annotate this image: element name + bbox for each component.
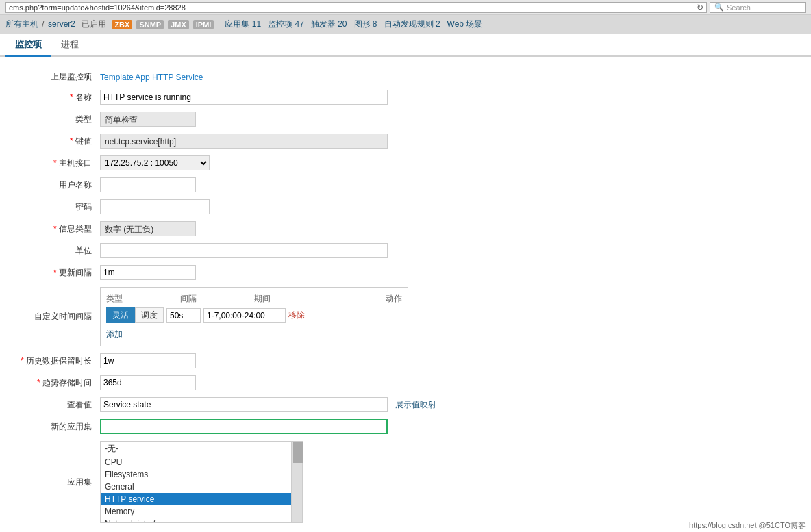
nav-graph[interactable]: 图形 8 xyxy=(351,17,380,31)
history-row: 历史数据保留时长 xyxy=(14,350,797,372)
nav-app-set[interactable]: 应用集 11 xyxy=(222,17,264,31)
username-row: 用户名称 xyxy=(14,174,797,196)
show-mapping-link[interactable]: 展示值映射 xyxy=(395,400,436,409)
nav-links: 应用集 11 监控项 47 触发器 20 图形 8 自动发现规则 2 Web 场… xyxy=(222,17,485,31)
breadcrumb: 所有主机 / server2 已启用 xyxy=(5,18,108,30)
app-set-row: 应用集 -无-CPUFilesystemsGeneralHTTP service… xyxy=(14,438,797,527)
refresh-icon[interactable]: ↻ xyxy=(697,3,703,12)
ci-add-link[interactable]: 添加 xyxy=(106,329,123,340)
search-icon: 🔍 xyxy=(714,3,724,12)
lookup-row: 查看值 展示值映射 xyxy=(14,394,797,416)
badge-ipmi[interactable]: IPMI xyxy=(193,20,214,29)
custom-interval-container: 类型 间隔 期间 动作 灵活 调度 移除 xyxy=(100,287,408,346)
ci-action-header: 动作 xyxy=(328,293,402,305)
password-row: 密码 xyxy=(14,196,797,218)
ci-row-1: 灵活 调度 移除 xyxy=(106,307,402,323)
breadcrumb-sep1: / xyxy=(42,19,47,29)
name-label: 名称 xyxy=(14,86,96,108)
new-app-label: 新的应用集 xyxy=(14,416,96,438)
url-bar[interactable]: ems.php?form=update&hostid=10264&itemid=… xyxy=(5,2,707,13)
ci-interval-input[interactable] xyxy=(166,308,201,323)
app-list-item-network-interfaces[interactable]: Network interfaces xyxy=(101,518,291,523)
key-value: net.tcp.service[http] xyxy=(100,134,388,149)
content-area: 上层监控项 Template App HTTP Service 名称 类型 简单… xyxy=(0,57,811,532)
username-label: 用户名称 xyxy=(14,174,96,196)
app-list-item-general[interactable]: General xyxy=(101,481,291,493)
name-row: 名称 xyxy=(14,86,797,108)
search-placeholder: Search xyxy=(727,3,751,12)
badge-jmx[interactable]: JMX xyxy=(168,20,189,29)
nav-trigger[interactable]: 触发器 20 xyxy=(308,17,350,31)
tab-process[interactable]: 进程 xyxy=(51,34,88,57)
key-label: 键值 xyxy=(14,130,96,152)
new-app-input[interactable] xyxy=(100,419,388,434)
tab-monitor[interactable]: 监控项 xyxy=(5,34,51,57)
ci-remove-link[interactable]: 移除 xyxy=(288,309,305,321)
search-bar[interactable]: 🔍 Search xyxy=(710,2,806,13)
app-list[interactable]: -无-CPUFilesystemsGeneralHTTP serviceMemo… xyxy=(100,441,292,523)
custom-interval-label: 自定义时间间隔 xyxy=(14,283,96,350)
unit-label: 单位 xyxy=(14,240,96,262)
badge-snmp[interactable]: SNMP xyxy=(136,20,164,29)
update-interval-row: 更新间隔 xyxy=(14,262,797,283)
new-app-row: 新的应用集 xyxy=(14,416,797,438)
history-label: 历史数据保留时长 xyxy=(14,350,96,372)
status-bar: https://blog.csdn.net @51CTO博客 xyxy=(684,519,811,532)
unit-input[interactable] xyxy=(100,243,388,258)
info-type-label: 信息类型 xyxy=(14,218,96,240)
ci-header: 类型 间隔 期间 动作 xyxy=(106,293,402,305)
ci-flexible-btn[interactable]: 灵活 xyxy=(106,307,135,323)
password-label: 密码 xyxy=(14,196,96,218)
scrollbar-thumb xyxy=(293,442,303,463)
history-input[interactable] xyxy=(100,353,196,368)
server-link[interactable]: server2 xyxy=(48,19,75,29)
ci-add-container: 添加 xyxy=(106,326,402,340)
username-input[interactable] xyxy=(100,177,196,192)
app-list-item-none[interactable]: -无- xyxy=(101,442,291,456)
scrollbar[interactable] xyxy=(292,441,303,523)
ci-type-header: 类型 xyxy=(106,293,180,305)
key-row: 键值 net.tcp.service[http] xyxy=(14,130,797,152)
url-text: ems.php?form=update&hostid=10264&itemid=… xyxy=(9,3,693,12)
parent-label: 上层监控项 xyxy=(14,68,96,86)
ci-period-input[interactable] xyxy=(203,308,286,323)
trend-input[interactable] xyxy=(100,375,196,390)
nav-monitor[interactable]: 监控项 47 xyxy=(265,17,307,31)
type-value: 简单检查 xyxy=(100,112,196,127)
trend-label: 趋势存储时间 xyxy=(14,372,96,394)
top-nav: 所有主机 / server2 已启用 ZBX SNMP JMX IPMI 应用集… xyxy=(0,15,811,34)
update-interval-label: 更新间隔 xyxy=(14,262,96,283)
parent-row: 上层监控项 Template App HTTP Service xyxy=(14,68,797,86)
badge-zbx[interactable]: ZBX xyxy=(112,20,132,29)
password-input[interactable] xyxy=(100,199,210,214)
interface-row: 主机接口 172.25.75.2 : 10050 xyxy=(14,152,797,174)
type-row: 类型 简单检查 xyxy=(14,108,797,130)
status-text: https://blog.csdn.net @51CTO博客 xyxy=(689,521,806,529)
all-hosts-link[interactable]: 所有主机 xyxy=(5,19,38,29)
app-list-item-memory[interactable]: Memory xyxy=(101,505,291,518)
info-type-value: 数字 (无正负) xyxy=(100,221,196,236)
trend-row: 趋势存储时间 xyxy=(14,372,797,394)
ci-scheduling-btn[interactable]: 调度 xyxy=(135,307,164,323)
app-set-label: 应用集 xyxy=(14,438,96,527)
app-list-item-filesystems[interactable]: Filesystems xyxy=(101,468,291,481)
app-list-item-cpu[interactable]: CPU xyxy=(101,456,291,468)
ci-interval-header: 间隔 xyxy=(180,293,254,305)
lookup-label: 查看值 xyxy=(14,394,96,416)
unit-row: 单位 xyxy=(14,240,797,262)
ci-type-group: 灵活 调度 xyxy=(106,307,164,323)
update-interval-input[interactable] xyxy=(100,265,196,280)
app-list-item-http-service[interactable]: HTTP service xyxy=(101,493,291,505)
interface-label: 主机接口 xyxy=(14,152,96,174)
interface-select[interactable]: 172.25.75.2 : 10050 xyxy=(100,155,210,170)
tabs-bar: 监控项 进程 xyxy=(0,34,811,57)
name-input[interactable] xyxy=(100,90,388,105)
lookup-input[interactable] xyxy=(100,397,388,412)
type-label: 类型 xyxy=(14,108,96,130)
nav-web[interactable]: Web 场景 xyxy=(445,17,486,31)
nav-auto-discover[interactable]: 自动发现规则 2 xyxy=(382,17,443,31)
enabled-label: 已启用 xyxy=(82,19,106,29)
browser-bar: ems.php?form=update&hostid=10264&itemid=… xyxy=(0,0,811,15)
parent-link[interactable]: Template App HTTP Service xyxy=(100,73,203,82)
info-type-row: 信息类型 数字 (无正负) xyxy=(14,218,797,240)
